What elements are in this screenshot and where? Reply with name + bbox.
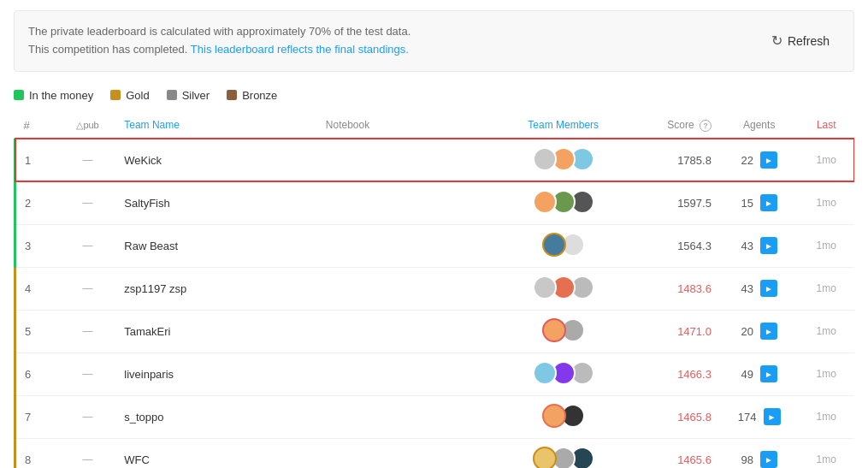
table-row: 8—WFC1465.698►1mo [15, 438, 855, 468]
cell-members [496, 395, 630, 438]
legend-dot-money [14, 90, 24, 100]
cell-rank: 6 [15, 352, 60, 395]
cell-last: 1mo [799, 395, 855, 438]
cell-notebook [317, 395, 496, 438]
cell-notebook [317, 438, 496, 468]
play-button[interactable]: ► [764, 408, 781, 425]
cell-last: 1mo [799, 224, 855, 267]
cell-score: 1564.3 [630, 224, 720, 267]
cell-notebook [317, 352, 496, 395]
table-row: 7—s_toppo1465.8174►1mo [15, 395, 855, 438]
cell-agents: 43► [720, 224, 799, 267]
th-team: Team Name [115, 112, 317, 139]
leaderboard-table: # △pub Team Name Notebook Team Members S… [14, 112, 854, 468]
cell-agents: 174► [720, 395, 799, 438]
refresh-button[interactable]: ↻ Refresh [761, 27, 840, 54]
table-row: 2—SaltyFish1597.515►1mo [15, 181, 855, 224]
cell-score: 1465.8 [630, 395, 720, 438]
table-header: # △pub Team Name Notebook Team Members S… [15, 112, 855, 139]
cell-agents: 20► [720, 310, 799, 352]
cell-pub: — [60, 310, 115, 352]
cell-last: 1mo [799, 267, 855, 310]
cell-agents: 15► [720, 181, 799, 224]
cell-team[interactable]: zsp1197 zsp [115, 267, 317, 310]
cell-notebook [317, 181, 496, 224]
banner-line1: The private leaderboard is calculated wi… [28, 23, 410, 41]
banner-link[interactable]: This leaderboard reflects the final stan… [191, 43, 409, 56]
legend-dot-gold [110, 90, 121, 100]
cell-last: 1mo [799, 310, 855, 352]
th-last: Last [799, 112, 855, 139]
cell-team[interactable]: WFC [115, 438, 317, 468]
play-button[interactable]: ► [760, 451, 777, 468]
cell-team[interactable]: WeKick [115, 139, 317, 181]
th-notebook: Notebook [317, 112, 496, 139]
cell-team[interactable]: Raw Beast [115, 224, 317, 267]
table-row: 6—liveinparis1466.349►1mo [15, 352, 855, 395]
play-button[interactable]: ► [760, 151, 777, 169]
cell-rank: 5 [15, 310, 60, 352]
cell-pub: — [60, 139, 115, 181]
legend-dot-silver [167, 90, 177, 100]
cell-agents: 98► [720, 438, 799, 468]
cell-members [496, 438, 630, 468]
legend-bronze: Bronze [227, 89, 277, 102]
cell-team[interactable]: SaltyFish [115, 181, 317, 224]
cell-rank: 4 [15, 267, 60, 310]
legend-money: In the money [14, 89, 93, 102]
play-button[interactable]: ► [760, 237, 777, 254]
cell-last: 1mo [799, 352, 855, 395]
th-score: Score ? [630, 112, 720, 139]
th-rank: # [15, 112, 60, 139]
play-button[interactable]: ► [760, 280, 777, 297]
leaderboard-container: The private leaderboard is calculated wi… [0, 0, 868, 468]
cell-pub: — [60, 181, 115, 224]
legend-dot-bronze [227, 90, 237, 100]
cell-score: 1785.8 [630, 139, 720, 181]
cell-notebook [317, 139, 496, 181]
play-button[interactable]: ► [760, 365, 777, 382]
cell-members [496, 181, 630, 224]
score-info-icon[interactable]: ? [700, 120, 712, 132]
table-row: 1—WeKick1785.822►1mo [15, 139, 855, 181]
play-button[interactable]: ► [760, 194, 777, 211]
cell-members [496, 224, 630, 267]
legend-gold: Gold [110, 89, 149, 102]
th-pub: △pub [60, 112, 115, 139]
leaderboard-table-wrap: # △pub Team Name Notebook Team Members S… [14, 112, 854, 468]
cell-agents: 49► [720, 352, 799, 395]
cell-notebook [317, 310, 496, 352]
cell-score: 1466.3 [630, 352, 720, 395]
legend-silver: Silver [167, 89, 210, 102]
cell-team[interactable]: s_toppo [115, 395, 317, 438]
cell-last: 1mo [799, 438, 855, 468]
cell-team[interactable]: liveinparis [115, 352, 317, 395]
banner-line2: This competition has completed. This lea… [28, 41, 410, 59]
cell-members [496, 267, 630, 310]
banner-text: The private leaderboard is calculated wi… [28, 23, 410, 59]
cell-score: 1471.0 [630, 310, 720, 352]
cell-score: 1465.6 [630, 438, 720, 468]
cell-pub: — [60, 267, 115, 310]
cell-members [496, 310, 630, 352]
table-row: 5—TamakEri1471.020►1mo [15, 310, 855, 352]
cell-pub: — [60, 395, 115, 438]
th-agents: Agents [720, 112, 799, 139]
table-row: 3—Raw Beast1564.343►1mo [15, 224, 855, 267]
cell-members [496, 139, 630, 181]
cell-members [496, 352, 630, 395]
refresh-icon: ↻ [771, 33, 782, 49]
play-button[interactable]: ► [760, 323, 777, 340]
cell-score: 1483.6 [630, 267, 720, 310]
cell-pub: — [60, 352, 115, 395]
cell-team[interactable]: TamakEri [115, 310, 317, 352]
cell-agents: 43► [720, 267, 799, 310]
cell-rank: 2 [15, 181, 60, 224]
cell-rank: 7 [15, 395, 60, 438]
cell-notebook [317, 267, 496, 310]
cell-agents: 22► [720, 139, 799, 181]
cell-last: 1mo [799, 139, 855, 181]
cell-rank: 3 [15, 224, 60, 267]
cell-pub: — [60, 224, 115, 267]
cell-rank: 1 [15, 139, 60, 181]
